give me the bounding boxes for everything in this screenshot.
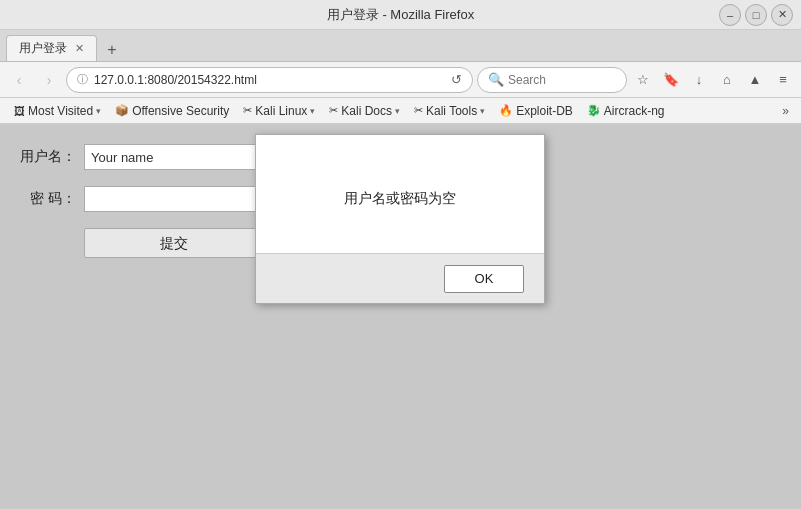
- tab-label: 用户登录: [19, 40, 67, 57]
- tab-bar: 用户登录 ✕ +: [0, 30, 801, 62]
- bookmark-exploit-db[interactable]: 🔥 Exploit-DB: [493, 102, 579, 120]
- address-text: 127.0.0.1:8080/20154322.html: [94, 73, 445, 87]
- bookmark-offensive-security[interactable]: 📦 Offensive Security: [109, 102, 235, 120]
- modal-message: 用户名或密码为空: [344, 190, 456, 208]
- aircrack-ng-icon: 🐉: [587, 104, 601, 117]
- bookmark-aircrack-ng[interactable]: 🐉 Aircrack-ng: [581, 102, 671, 120]
- chevron-down-icon: ▾: [310, 106, 315, 116]
- pocket-button[interactable]: ▲: [743, 68, 767, 92]
- home-button[interactable]: ⌂: [715, 68, 739, 92]
- nav-bar: ‹ › ⓘ 127.0.0.1:8080/20154322.html ↺ 🔍 ☆…: [0, 62, 801, 98]
- refresh-button[interactable]: ↺: [451, 72, 462, 87]
- forward-icon: ›: [47, 72, 52, 88]
- forward-button[interactable]: ›: [36, 67, 62, 93]
- most-visited-label: Most Visited: [28, 104, 93, 118]
- address-bar[interactable]: ⓘ 127.0.0.1:8080/20154322.html ↺: [66, 67, 473, 93]
- tab-close-button[interactable]: ✕: [75, 42, 84, 55]
- kali-linux-label: Kali Linux: [255, 104, 307, 118]
- back-icon: ‹: [17, 72, 22, 88]
- download-button[interactable]: ↓: [687, 68, 711, 92]
- tab-user-login[interactable]: 用户登录 ✕: [6, 35, 97, 61]
- bookmarks-more-button[interactable]: »: [778, 102, 793, 120]
- page-content: 用户名： 密 码： 提交 用户名或密码为空 OK: [0, 124, 801, 509]
- kali-docs-label: Kali Docs: [341, 104, 392, 118]
- search-bar[interactable]: 🔍: [477, 67, 627, 93]
- exploit-db-icon: 🔥: [499, 104, 513, 117]
- new-tab-button[interactable]: +: [101, 39, 123, 61]
- kali-tools-icon: ✂: [414, 104, 423, 117]
- modal-overlay: 用户名或密码为空 OK: [0, 124, 801, 509]
- offensive-security-icon: 📦: [115, 104, 129, 117]
- maximize-button[interactable]: □: [745, 4, 767, 26]
- menu-button[interactable]: ≡: [771, 68, 795, 92]
- bookmark-kali-docs[interactable]: ✂ Kali Docs ▾: [323, 102, 406, 120]
- exploit-db-label: Exploit-DB: [516, 104, 573, 118]
- offensive-security-label: Offensive Security: [132, 104, 229, 118]
- chevron-down-icon: ▾: [395, 106, 400, 116]
- bookmarks-bar: 🖼 Most Visited ▾ 📦 Offensive Security ✂ …: [0, 98, 801, 124]
- most-visited-icon: 🖼: [14, 105, 25, 117]
- bookmark-most-visited[interactable]: 🖼 Most Visited ▾: [8, 102, 107, 120]
- chevron-down-icon: ▾: [96, 106, 101, 116]
- kali-linux-icon: ✂: [243, 104, 252, 117]
- bookmark-kali-linux[interactable]: ✂ Kali Linux ▾: [237, 102, 321, 120]
- bookmark-kali-tools[interactable]: ✂ Kali Tools ▾: [408, 102, 491, 120]
- search-icon: 🔍: [488, 72, 504, 87]
- nav-icons: ☆ 🔖 ↓ ⌂ ▲ ≡: [631, 68, 795, 92]
- modal-footer: OK: [256, 253, 544, 303]
- close-button[interactable]: ✕: [771, 4, 793, 26]
- aircrack-ng-label: Aircrack-ng: [604, 104, 665, 118]
- chevron-down-icon: ▾: [480, 106, 485, 116]
- reader-mode-button[interactable]: 🔖: [659, 68, 683, 92]
- title-bar: 用户登录 - Mozilla Firefox – □ ✕: [0, 0, 801, 30]
- window-controls: – □ ✕: [719, 4, 793, 26]
- search-input[interactable]: [508, 73, 616, 87]
- bookmark-star-button[interactable]: ☆: [631, 68, 655, 92]
- modal-ok-button[interactable]: OK: [444, 265, 524, 293]
- window-title: 用户登录 - Mozilla Firefox: [327, 6, 474, 24]
- info-icon: ⓘ: [77, 72, 88, 87]
- back-button[interactable]: ‹: [6, 67, 32, 93]
- minimize-button[interactable]: –: [719, 4, 741, 26]
- kali-tools-label: Kali Tools: [426, 104, 477, 118]
- alert-modal: 用户名或密码为空 OK: [255, 134, 545, 304]
- modal-body: 用户名或密码为空: [256, 135, 544, 253]
- kali-docs-icon: ✂: [329, 104, 338, 117]
